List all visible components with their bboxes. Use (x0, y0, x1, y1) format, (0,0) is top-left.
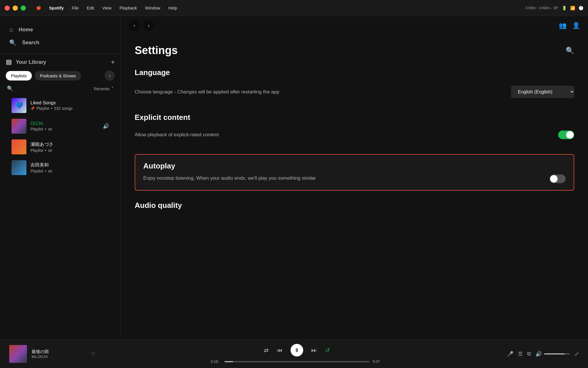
volume-button[interactable]: 🔊 (535, 351, 542, 357)
yoshida-name: 吉田美和 (30, 162, 109, 168)
settings-section-audio-quality: Audio quality (135, 201, 574, 210)
settings-section-explicit: Explicit content Allow playback of expli… (135, 113, 574, 144)
liked-songs-thumbnail: 💙 (11, 98, 26, 113)
titlebar: 🍎 Spotify File Edit View Playback Window… (0, 0, 588, 16)
next-button[interactable]: ⏭ (311, 347, 317, 354)
settings-title: Settings (135, 44, 178, 57)
current-time: 0:18 (211, 359, 221, 364)
maximize-button[interactable] (21, 5, 26, 11)
progress-fill (225, 361, 233, 362)
heart-button[interactable]: ♡ (91, 351, 95, 357)
library-header: ▤ Your Library + (6, 58, 115, 66)
sidebar-item-search[interactable]: 🔍 Search (6, 36, 115, 49)
wifi-icon: 📶 (570, 6, 575, 10)
yoshida-creator: sir (48, 169, 52, 173)
view-menu[interactable]: View (102, 5, 111, 10)
yoshida-type: Playlist (30, 169, 43, 173)
pip-button[interactable]: ⧉ (527, 351, 531, 357)
total-time: 5:07 (373, 359, 383, 364)
search-sort-row: 🔍 Recents ˅ (6, 85, 115, 92)
previous-button[interactable]: ⏮ (277, 347, 283, 354)
list-item-ooja[interactable]: OOJA Playlist • sir 🔊 (8, 116, 113, 137)
play-pause-button[interactable]: ⏸ (291, 344, 303, 356)
autoplay-title: Autoplay (143, 162, 566, 170)
nav-arrows: ‹ › (129, 20, 154, 31)
list-item-yoshida[interactable]: 吉田美和 Playlist • sir (8, 157, 113, 178)
fullscreen-button[interactable]: ⤢ (575, 351, 579, 357)
chevron-down-icon: ˅ (111, 86, 114, 91)
progress-bar[interactable] (225, 361, 369, 362)
volume-bar[interactable] (544, 353, 570, 354)
player-track-name: 最後の雨 (32, 349, 83, 354)
explicit-description: Allow playback of explicit-rated content (135, 132, 219, 138)
back-button[interactable]: ‹ (129, 20, 140, 31)
edit-menu[interactable]: Edit (87, 5, 94, 10)
sano-sub: Playlist • sir (30, 148, 109, 153)
liked-songs-type: Playlist (36, 106, 49, 111)
list-item-sano[interactable]: 瀬能あづさ Playlist • sir (8, 137, 113, 157)
filter-playlists-chip[interactable]: Playlists (6, 71, 32, 80)
progress-row: 0:18 5:07 (211, 359, 383, 364)
ooja-type: Playlist (30, 127, 43, 131)
player-bar: 最後の雨 Ms.OOJA ♡ ⇄ ⏮ ⏸ ⏭ ↺ 0:18 5:07 🎤 ☰ ⧉… (0, 339, 588, 368)
settings-section-language: Language Choose language - Changes will … (135, 68, 574, 103)
apple-menu[interactable]: 🍎 (36, 5, 41, 10)
sidebar-item-home-label: Home (19, 27, 33, 33)
explicit-toggle-knob (566, 131, 574, 139)
explicit-toggle[interactable] (558, 131, 574, 139)
settings-search-button[interactable]: 🔍 (566, 47, 574, 55)
playback-menu[interactable]: Playback (119, 5, 137, 10)
filter-arrow-button[interactable]: › (105, 70, 115, 81)
queue-button[interactable]: ☰ (518, 351, 523, 357)
yoshida-thumbnail (11, 160, 26, 175)
sys-info: 0 KB/s ↑ 0 KB/s ↓ 39° (526, 6, 558, 10)
app-name-menu[interactable]: Spotify (49, 5, 64, 10)
ooja-sub: Playlist • sir (30, 127, 99, 131)
sidebar-item-search-label: Search (22, 40, 39, 46)
audio-quality-title: Audio quality (135, 201, 574, 210)
shuffle-button[interactable]: ⇄ (264, 347, 269, 354)
sidebar-item-home[interactable]: ⌂ Home (6, 23, 115, 36)
liked-songs-sub: 📌 Playlist • 532 songs (30, 106, 109, 111)
file-menu[interactable]: File (72, 5, 79, 10)
ooja-creator: sir (48, 127, 52, 131)
autoplay-toggle-knob (550, 175, 558, 183)
liked-songs-name: Liked Songs (30, 100, 109, 106)
help-menu[interactable]: Help (168, 5, 177, 10)
lyrics-button[interactable]: 🎤 (507, 351, 513, 357)
filter-row: Playlists Podcasts & Shows › (6, 70, 115, 81)
volume-row: 🔊 (535, 351, 570, 357)
close-button[interactable] (5, 5, 10, 11)
recents-label: Recents (94, 86, 110, 91)
window-menu[interactable]: Window (145, 5, 160, 10)
titlebar-right: 0 KB/s ↑ 0 KB/s ↓ 39° 🔋 📶 🕐 (526, 6, 583, 10)
language-select[interactable]: English (English) (511, 86, 574, 98)
sano-type: Playlist (30, 148, 43, 153)
player-buttons: ⇄ ⏮ ⏸ ⏭ ↺ (264, 344, 330, 356)
library-list: 💙 Liked Songs 📌 Playlist • 532 songs (6, 95, 115, 178)
recents-button[interactable]: Recents ˅ (94, 86, 114, 91)
repeat-button[interactable]: ↺ (325, 347, 330, 354)
filter-podcasts-chip[interactable]: Podcasts & Shows (35, 71, 81, 80)
sidebar-nav: ⌂ Home 🔍 Search (0, 16, 121, 53)
player-right: 🎤 ☰ ⧉ 🔊 ⤢ (498, 351, 579, 357)
main-content: ‹ › 👥 👤 Settings 🔍 Language Choose langu… (121, 16, 588, 339)
header-right: 👥 👤 (559, 22, 580, 29)
library-search-icon[interactable]: 🔍 (7, 85, 13, 92)
pin-icon: 📌 (30, 106, 35, 110)
profile-button[interactable]: 👤 (572, 22, 580, 29)
explicit-row: Allow playback of explicit-rated content (135, 126, 574, 144)
autoplay-toggle[interactable] (550, 175, 566, 183)
forward-button[interactable]: › (143, 20, 154, 31)
search-icon: 🔍 (9, 39, 16, 46)
library-title-row: ▤ Your Library (6, 58, 46, 66)
clock-icon: 🕐 (579, 6, 583, 10)
ooja-name: OOJA (30, 121, 99, 126)
minimize-button[interactable] (13, 5, 18, 11)
sano-creator: sir (48, 148, 52, 153)
friends-button[interactable]: 👥 (559, 22, 566, 29)
add-library-button[interactable]: + (111, 59, 115, 66)
autoplay-description: Enjoy nonstop listening. When your audio… (143, 175, 316, 182)
settings-title-row: Settings 🔍 (135, 44, 574, 57)
list-item-liked[interactable]: 💙 Liked Songs 📌 Playlist • 532 songs (8, 95, 113, 116)
